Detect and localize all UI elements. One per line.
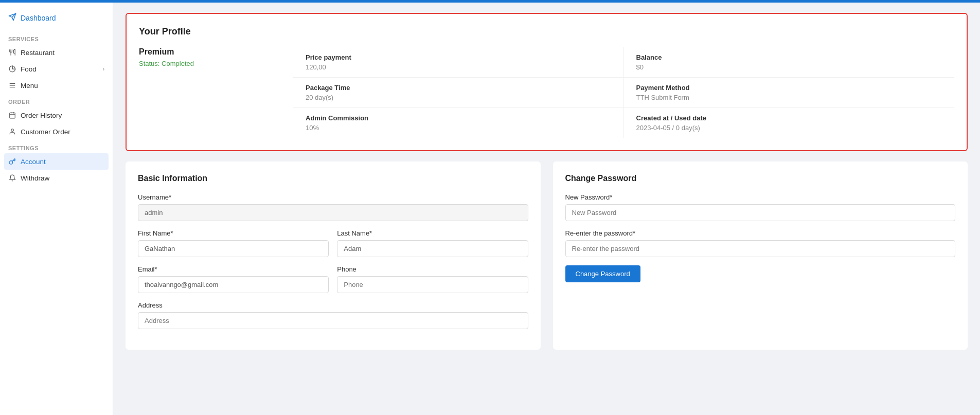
food-icon bbox=[8, 65, 16, 73]
stat-label: Payment Method bbox=[636, 84, 942, 92]
chevron-down-icon: › bbox=[103, 66, 104, 72]
address-group: Address bbox=[138, 301, 528, 329]
profile-stats-grid: Price payment 120,00 Balance $0 Package … bbox=[293, 47, 954, 138]
re-enter-password-group: Re-enter the password* bbox=[565, 229, 956, 257]
firstname-group: First Name* bbox=[138, 229, 329, 257]
profile-card-title: Your Profile bbox=[139, 26, 954, 37]
email-label: Email* bbox=[138, 265, 329, 273]
sidebar-item-label: Order History bbox=[21, 112, 62, 119]
address-input[interactable] bbox=[138, 312, 528, 329]
change-password-button[interactable]: Change Password bbox=[565, 265, 640, 282]
lastname-input[interactable] bbox=[337, 240, 528, 257]
change-password-title: Change Password bbox=[565, 174, 956, 183]
services-section-label: SERVICES bbox=[0, 31, 113, 44]
sidebar: Dashboard SERVICES Restaurant Food › Men… bbox=[0, 3, 113, 415]
sidebar-item-order-history[interactable]: Order History bbox=[0, 107, 113, 123]
firstname-input[interactable] bbox=[138, 240, 329, 257]
basic-info-title: Basic Information bbox=[138, 174, 528, 183]
sidebar-item-customer-order[interactable]: Customer Order bbox=[0, 123, 113, 140]
plan-name: Premium bbox=[139, 47, 283, 57]
stat-package-time: Package Time 20 day(s) bbox=[293, 78, 624, 108]
sidebar-item-menu[interactable]: Menu bbox=[0, 77, 113, 94]
phone-input[interactable] bbox=[337, 276, 528, 293]
order-history-icon bbox=[8, 111, 16, 119]
name-row: First Name* Last Name* bbox=[138, 229, 528, 265]
stat-price-payment: Price payment 120,00 bbox=[293, 47, 624, 78]
order-section-label: ORDER bbox=[0, 94, 113, 107]
sidebar-item-account[interactable]: Account bbox=[4, 153, 109, 170]
status-value: Completed bbox=[162, 60, 194, 67]
stat-value: 120,00 bbox=[306, 63, 611, 71]
svg-rect-5 bbox=[10, 113, 15, 118]
email-group: Email* bbox=[138, 265, 329, 293]
username-label: Username* bbox=[138, 193, 528, 201]
svg-point-9 bbox=[11, 129, 14, 132]
settings-section-label: SETTINGS bbox=[0, 140, 113, 153]
stat-balance: Balance $0 bbox=[624, 47, 955, 78]
address-label: Address bbox=[138, 301, 528, 309]
stat-label: Created at / Used date bbox=[636, 114, 942, 122]
send-icon bbox=[8, 13, 16, 23]
lastname-group: Last Name* bbox=[337, 229, 528, 257]
re-enter-password-input[interactable] bbox=[565, 240, 956, 257]
plan-status: Status: Completed bbox=[139, 60, 283, 67]
account-icon bbox=[8, 157, 16, 166]
stat-value: 10% bbox=[306, 124, 611, 132]
stat-label: Balance bbox=[636, 53, 942, 61]
change-password-section: Change Password New Password* Re-enter t… bbox=[553, 161, 968, 350]
stat-label: Price payment bbox=[306, 53, 611, 61]
phone-label: Phone bbox=[337, 265, 528, 273]
stat-value: TTH Submit Form bbox=[636, 94, 942, 101]
stat-value: 20 day(s) bbox=[306, 94, 611, 101]
email-input[interactable] bbox=[138, 276, 329, 293]
restaurant-icon bbox=[8, 48, 16, 57]
sidebar-item-label: Restaurant bbox=[21, 49, 55, 57]
username-group: Username* bbox=[138, 193, 528, 221]
bottom-section: Basic Information Username* First Name* … bbox=[126, 161, 968, 350]
sidebar-item-label: Menu bbox=[21, 82, 38, 89]
status-label: Status: bbox=[139, 60, 159, 67]
sidebar-item-label: Withdraw bbox=[21, 174, 49, 182]
profile-left: Premium Status: Completed bbox=[139, 47, 283, 138]
firstname-label: First Name* bbox=[138, 229, 329, 237]
username-input[interactable] bbox=[138, 204, 528, 221]
lastname-label: Last Name* bbox=[337, 229, 528, 237]
customer-order-icon bbox=[8, 128, 16, 136]
sidebar-item-food[interactable]: Food › bbox=[0, 61, 113, 77]
phone-group: Phone bbox=[337, 265, 528, 293]
email-phone-row: Email* Phone bbox=[138, 265, 528, 301]
withdraw-icon bbox=[8, 174, 16, 182]
stat-created-date: Created at / Used date 2023-04-05 / 0 da… bbox=[624, 108, 955, 138]
stat-value: $0 bbox=[636, 63, 942, 71]
stat-payment-method: Payment Method TTH Submit Form bbox=[624, 78, 955, 108]
menu-icon bbox=[8, 81, 16, 89]
new-password-label: New Password* bbox=[565, 193, 956, 201]
sidebar-item-restaurant[interactable]: Restaurant bbox=[0, 44, 113, 61]
dashboard-label: Dashboard bbox=[21, 14, 56, 22]
stat-value: 2023-04-05 / 0 day(s) bbox=[636, 124, 942, 132]
stat-label: Package Time bbox=[306, 84, 611, 92]
dashboard-logo[interactable]: Dashboard bbox=[0, 9, 113, 31]
sidebar-item-withdraw[interactable]: Withdraw bbox=[0, 170, 113, 186]
sidebar-item-label: Account bbox=[21, 158, 46, 166]
sidebar-item-label: Customer Order bbox=[21, 128, 70, 136]
main-content: Your Profile Premium Status: Completed P… bbox=[113, 3, 980, 415]
new-password-input[interactable] bbox=[565, 204, 956, 221]
basic-info-section: Basic Information Username* First Name* … bbox=[126, 161, 541, 350]
sidebar-item-label: Food bbox=[21, 65, 37, 73]
stat-label: Admin Commission bbox=[306, 114, 611, 122]
stat-admin-commission: Admin Commission 10% bbox=[293, 108, 624, 138]
re-enter-password-label: Re-enter the password* bbox=[565, 229, 956, 237]
profile-card: Your Profile Premium Status: Completed P… bbox=[126, 13, 968, 151]
new-password-group: New Password* bbox=[565, 193, 956, 221]
